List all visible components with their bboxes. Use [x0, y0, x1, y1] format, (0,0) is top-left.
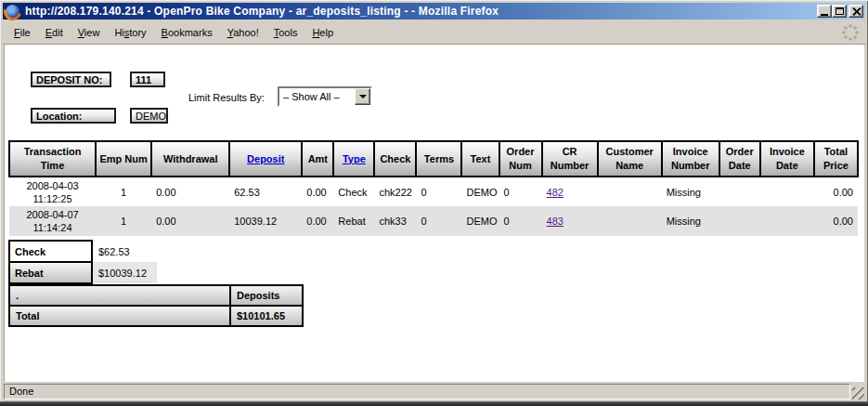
- page-content: DEPOSIT NO: 111 Limit Results By: – Show…: [4, 45, 864, 382]
- col-emp-num: Emp Num: [96, 141, 151, 177]
- td-total-price: 0.00: [814, 177, 858, 206]
- dropdown-arrow-button[interactable]: [355, 88, 370, 105]
- menu-item-help[interactable]: Help: [304, 24, 341, 41]
- td-check: chk33: [374, 206, 416, 236]
- col-deposit: Deposit: [229, 141, 302, 177]
- minimize-icon: [821, 14, 828, 16]
- td-withdrawal: 0.00: [151, 206, 229, 236]
- menu-label: B: [162, 27, 168, 38]
- deposits-total-table: . Deposits Total $10101.65: [8, 284, 304, 327]
- td-terms: 0: [416, 206, 461, 236]
- menu-item-edit[interactable]: Edit: [38, 24, 71, 41]
- summary-total-value: $10101.65: [230, 306, 303, 326]
- td-order-date: [719, 177, 760, 206]
- menu-item-history[interactable]: History: [107, 24, 153, 41]
- browser-window: http://208.179.140.214 - OpenPro Bike Co…: [0, 0, 868, 406]
- deposit-sort-link[interactable]: Deposit: [247, 153, 284, 164]
- menu-item-yahoo[interactable]: Yahoo!: [220, 24, 266, 41]
- td-deposit: 10039.12: [229, 206, 302, 236]
- td-type: Rebat: [333, 206, 374, 236]
- summary-deposits-header: Deposits: [230, 285, 303, 306]
- td-invoice-date: [760, 177, 814, 206]
- col-type: Type: [333, 141, 374, 177]
- col-check: Check: [374, 141, 416, 177]
- menubar: File Edit View History Bookmarks Yahoo! …: [3, 20, 865, 45]
- titlebar[interactable]: http://208.179.140.214 - OpenPro Bike Co…: [3, 3, 865, 20]
- window-title: http://208.179.140.214 - OpenPro Bike Co…: [25, 5, 499, 18]
- status-text: Done: [4, 384, 850, 399]
- col-cr-number: CR Number: [542, 141, 598, 177]
- td-invoice-date: [760, 206, 814, 236]
- td-order-date: [719, 206, 760, 236]
- td-order-num: 0: [499, 206, 542, 236]
- menu-label: iew: [84, 27, 100, 38]
- td-transaction-time: 2008-04-03 11:12:25: [9, 177, 96, 206]
- menu-item-bookmarks[interactable]: Bookmarks: [154, 24, 220, 41]
- col-order-date: Order Date: [719, 141, 760, 177]
- td-terms: 0: [416, 177, 461, 206]
- td-emp-num: 1: [96, 177, 151, 206]
- menu-label: dit: [52, 27, 63, 38]
- firefox-logo-icon: [6, 5, 19, 19]
- col-terms: Terms: [416, 141, 461, 177]
- menu-label: Hi: [114, 27, 123, 38]
- td-withdrawal: 0.00: [151, 177, 229, 206]
- col-total-price: Total Price: [814, 141, 858, 177]
- td-total-price: 0.00: [814, 206, 858, 236]
- td-emp-num: 1: [96, 206, 151, 236]
- cr-number-link[interactable]: 482: [547, 187, 564, 198]
- td-text: DEMO: [461, 177, 499, 206]
- resize-grip[interactable]: [852, 387, 864, 399]
- throbber-icon: [841, 23, 860, 42]
- col-invoice-number: Invoice Number: [662, 141, 719, 177]
- td-amt: 0.00: [302, 206, 333, 236]
- td-amt: 0.00: [302, 177, 333, 206]
- td-deposit: 62.53: [229, 177, 302, 206]
- table-row: 2008-04-07 11:14:24 1 0.00 10039.12 0.00…: [9, 206, 858, 236]
- col-transaction-time: Transaction Time: [9, 141, 96, 177]
- close-button[interactable]: [849, 5, 863, 18]
- cr-number-link[interactable]: 483: [547, 216, 564, 227]
- deposit-no-label: DEPOSIT NO:: [31, 72, 111, 87]
- limit-results-select[interactable]: – Show All –: [278, 86, 372, 107]
- td-order-num: 0: [499, 177, 542, 206]
- td-cr-number: 482: [542, 177, 598, 206]
- summary-type-row: Rebat $10039.12: [9, 262, 157, 283]
- window-controls: [817, 5, 863, 18]
- summary-header-row: . Deposits: [9, 285, 303, 306]
- maximize-button[interactable]: [832, 5, 847, 18]
- col-order-num: Order Num: [499, 141, 542, 177]
- col-withdrawal: Withdrawal: [151, 141, 229, 177]
- minimize-button[interactable]: [817, 5, 832, 18]
- summary-dot-cell: .: [9, 285, 230, 306]
- menu-item-view[interactable]: View: [71, 24, 108, 41]
- col-amt: Amt: [302, 141, 333, 177]
- summary-type-value: $10039.12: [92, 262, 157, 283]
- close-icon: [852, 7, 861, 16]
- bottom-edge: [0, 401, 868, 406]
- td-cr-number: 483: [542, 206, 598, 236]
- location-label: Location:: [31, 108, 116, 124]
- menu-label: ools: [279, 27, 297, 38]
- deposits-table: Transaction Time Emp Num Withdrawal Depo…: [8, 140, 859, 236]
- type-sort-link[interactable]: Type: [343, 153, 366, 164]
- menu-label: E: [45, 27, 52, 38]
- menu-item-file[interactable]: File: [6, 24, 38, 41]
- td-transaction-time: 2008-04-07 11:14:24: [9, 206, 96, 236]
- menu-label: ookmarks: [168, 27, 213, 38]
- table-row: 2008-04-03 11:12:25 1 0.00 62.53 0.00 Ch…: [9, 177, 858, 206]
- summary-type-value: $62.53: [92, 241, 157, 262]
- maximize-icon: [836, 7, 844, 15]
- menu-label: V: [78, 27, 84, 38]
- table-header-row: Transaction Time Emp Num Withdrawal Depo…: [9, 141, 858, 177]
- menu-label: F: [14, 27, 20, 38]
- deposit-no-value: 111: [130, 72, 165, 87]
- td-customer-name: [598, 177, 662, 206]
- td-check: chk222: [374, 177, 416, 206]
- summary-type-label: Check: [9, 241, 92, 262]
- summary-total-label: Total: [9, 306, 230, 326]
- menu-item-tools[interactable]: Tools: [266, 24, 305, 41]
- deposit-types-summary-table: Check $62.53 Rebat $10039.12: [8, 240, 158, 284]
- statusbar: Done: [3, 382, 865, 401]
- col-text: Text: [461, 141, 499, 177]
